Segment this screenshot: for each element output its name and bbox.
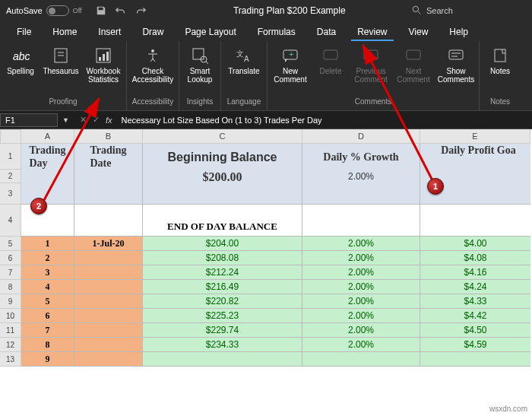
- cell[interactable]: 3: [21, 265, 74, 280]
- row-header[interactable]: 12: [0, 338, 21, 352]
- row-header[interactable]: 5: [0, 237, 21, 251]
- fx-icon[interactable]: fx: [106, 116, 117, 125]
- cell[interactable]: Daily % Growth: [302, 144, 420, 170]
- new-comment-button[interactable]: +New Comment: [272, 46, 309, 84]
- show-comments-button[interactable]: Show Comments: [438, 46, 474, 84]
- row-header[interactable]: 6: [0, 251, 21, 265]
- cell[interactable]: 5: [21, 294, 74, 309]
- cell[interactable]: [21, 205, 74, 237]
- smart-lookup-button[interactable]: Smart Lookup: [184, 46, 216, 84]
- cell[interactable]: [143, 352, 302, 367]
- cell[interactable]: $4.24: [420, 280, 530, 294]
- cell[interactable]: 4: [21, 280, 74, 294]
- notes-button[interactable]: Notes: [484, 46, 516, 75]
- tab-insert[interactable]: Insert: [87, 23, 131, 41]
- row-header[interactable]: 13: [0, 352, 21, 367]
- cell[interactable]: Trading Day: [21, 144, 74, 170]
- row-header[interactable]: 11: [0, 323, 21, 338]
- cell[interactable]: 1: [21, 237, 74, 251]
- name-box[interactable]: F1: [0, 113, 58, 127]
- tab-home[interactable]: Home: [42, 23, 87, 41]
- cell[interactable]: [302, 183, 420, 205]
- cell[interactable]: $225.23: [143, 309, 302, 323]
- spreadsheet-grid[interactable]: A B C D E 1 Trading Day Trading Date Beg…: [0, 129, 532, 367]
- cell[interactable]: 2.00%: [302, 237, 420, 251]
- cell[interactable]: 9: [21, 352, 74, 367]
- save-icon[interactable]: [96, 5, 106, 16]
- col-header-C[interactable]: C: [143, 129, 302, 144]
- spelling-button[interactable]: abcSpelling: [5, 46, 36, 75]
- row-header[interactable]: 9: [0, 294, 21, 309]
- cell[interactable]: 2.00%: [302, 309, 420, 323]
- cell[interactable]: 2: [21, 251, 74, 265]
- col-header-B[interactable]: B: [74, 129, 143, 144]
- cell[interactable]: 6: [21, 309, 74, 323]
- cell[interactable]: $212.24: [143, 265, 302, 280]
- cell[interactable]: $208.08: [143, 251, 302, 265]
- cell[interactable]: 7: [21, 323, 74, 338]
- select-all-corner[interactable]: [0, 129, 21, 144]
- cell[interactable]: [74, 205, 143, 237]
- cell[interactable]: [420, 352, 530, 367]
- col-header-E[interactable]: E: [420, 129, 530, 144]
- cell[interactable]: $200.00: [143, 170, 302, 183]
- cell[interactable]: $220.82: [143, 294, 302, 309]
- cell[interactable]: Beginning Balance: [143, 144, 302, 170]
- cell[interactable]: 1-Jul-20: [74, 237, 143, 251]
- tab-data[interactable]: Data: [306, 23, 347, 41]
- translate-button[interactable]: 文ATranslate: [226, 46, 262, 75]
- cell[interactable]: $4.33: [420, 294, 530, 309]
- tab-review[interactable]: Review: [347, 23, 397, 41]
- tab-formulas[interactable]: Formulas: [247, 23, 306, 41]
- row-header[interactable]: 10: [0, 309, 21, 323]
- cell[interactable]: $229.74: [143, 323, 302, 338]
- cell[interactable]: [74, 323, 143, 338]
- cell[interactable]: [74, 294, 143, 309]
- cell[interactable]: $4.59: [420, 338, 530, 352]
- cell[interactable]: [302, 205, 420, 237]
- cell[interactable]: [74, 309, 143, 323]
- cell[interactable]: $234.33: [143, 338, 302, 352]
- cell[interactable]: [74, 251, 143, 265]
- cell[interactable]: Trading Date: [74, 144, 143, 170]
- cell[interactable]: $204.00: [143, 237, 302, 251]
- cell[interactable]: 2.00%: [302, 251, 420, 265]
- row-header[interactable]: 7: [0, 265, 21, 280]
- cell[interactable]: [74, 183, 143, 205]
- tab-draw[interactable]: Draw: [131, 23, 174, 41]
- cell[interactable]: $4.50: [420, 323, 530, 338]
- cell[interactable]: END OF DAY BALANCE: [143, 205, 302, 237]
- tab-view[interactable]: View: [398, 23, 439, 41]
- cell[interactable]: [420, 205, 530, 237]
- row-header[interactable]: 1: [0, 144, 21, 170]
- tab-file[interactable]: File: [6, 23, 42, 41]
- cell[interactable]: [143, 183, 302, 205]
- undo-icon[interactable]: [116, 5, 126, 16]
- cell[interactable]: 2.00%: [302, 294, 420, 309]
- thesaurus-button[interactable]: Thesaurus: [43, 46, 79, 75]
- autosave-toggle[interactable]: AutoSave Off: [0, 5, 88, 16]
- check-accessibility-button[interactable]: Check Accessibility: [131, 46, 174, 84]
- col-header-A[interactable]: A: [21, 129, 74, 144]
- cell[interactable]: $4.00: [420, 237, 530, 251]
- cell[interactable]: 2.00%: [302, 170, 420, 183]
- namebox-dropdown-icon[interactable]: ▼: [58, 116, 74, 124]
- row-header[interactable]: 4: [0, 205, 21, 237]
- cell[interactable]: Daily Profit Goa: [420, 144, 530, 170]
- toggle-switch[interactable]: [46, 5, 69, 16]
- cell[interactable]: [21, 170, 74, 183]
- cell[interactable]: [74, 338, 143, 352]
- cell[interactable]: 2.00%: [302, 338, 420, 352]
- cell[interactable]: [74, 265, 143, 280]
- search-box[interactable]: Search: [403, 5, 532, 17]
- row-header[interactable]: 3: [0, 183, 21, 205]
- cell[interactable]: [302, 352, 420, 367]
- cell[interactable]: $4.42: [420, 309, 530, 323]
- col-header-D[interactable]: D: [302, 129, 420, 144]
- cell[interactable]: [74, 170, 143, 183]
- cell[interactable]: $4.08: [420, 251, 530, 265]
- cell[interactable]: 8: [21, 338, 74, 352]
- cell[interactable]: 2.00%: [302, 323, 420, 338]
- tab-help[interactable]: Help: [439, 23, 479, 41]
- workbook-statistics-button[interactable]: Workbook Statistics: [85, 46, 122, 84]
